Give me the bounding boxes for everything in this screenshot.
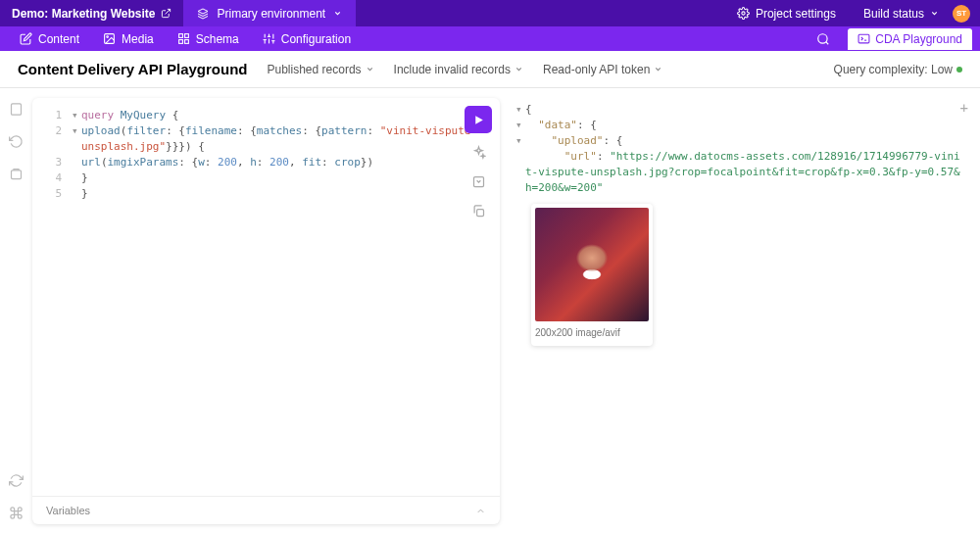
chevron-down-icon bbox=[333, 9, 342, 18]
code-line: 4 } bbox=[44, 170, 488, 186]
layers-icon bbox=[197, 8, 209, 20]
environment-label: Primary environment bbox=[217, 7, 325, 21]
code-line: 2▾ upload(filter: {filename: {matches: {… bbox=[44, 123, 488, 155]
explorer-icon[interactable] bbox=[9, 102, 24, 117]
include-invalid-label: Include invalid records bbox=[394, 63, 511, 76]
nav-configuration[interactable]: Configuration bbox=[251, 26, 363, 51]
build-status-label: Build status bbox=[863, 7, 924, 21]
tab-cda-playground[interactable]: CDA Playground bbox=[848, 28, 972, 50]
status-dot bbox=[956, 67, 962, 73]
editor-container: 1▾query MyQuery {2▾ upload(filter: {file… bbox=[32, 88, 500, 534]
json-line: ▾{ bbox=[515, 102, 964, 118]
svg-rect-26 bbox=[476, 209, 483, 216]
schema-icon bbox=[177, 32, 190, 45]
edit-icon bbox=[20, 32, 32, 45]
open-icon bbox=[161, 8, 172, 19]
folder-icon[interactable] bbox=[9, 167, 24, 181]
results-panel: + ▾{▾ "data": {▾ "upload": { "url": "htt… bbox=[500, 88, 980, 534]
svg-marker-24 bbox=[475, 116, 483, 124]
keyboard-icon[interactable] bbox=[9, 506, 24, 520]
nav-schema-label: Schema bbox=[196, 32, 239, 46]
api-token-dropdown[interactable]: Read-only API token bbox=[543, 63, 662, 76]
include-invalid-dropdown[interactable]: Include invalid records bbox=[394, 63, 523, 76]
left-rail bbox=[0, 88, 32, 534]
refresh-icon[interactable] bbox=[9, 473, 24, 488]
api-token-label: Read-only API token bbox=[543, 63, 650, 76]
nav-media-label: Media bbox=[122, 32, 154, 46]
chevron-down-icon bbox=[514, 65, 523, 73]
cda-playground-label: CDA Playground bbox=[875, 32, 962, 46]
project-name: Demo: Marketing Website bbox=[12, 7, 155, 21]
chevron-down-icon bbox=[930, 9, 939, 18]
nav-media[interactable]: Media bbox=[91, 26, 166, 51]
workspace: 1▾query MyQuery {2▾ upload(filter: {file… bbox=[0, 88, 980, 534]
copy-icon bbox=[471, 204, 486, 218]
svg-marker-1 bbox=[198, 9, 208, 14]
page-title: Content Delivery API Playground bbox=[18, 61, 248, 77]
search-icon bbox=[816, 32, 830, 46]
merge-icon bbox=[471, 174, 486, 189]
chevron-down-icon bbox=[654, 65, 662, 73]
image-preview-card: 200x200 image/avif bbox=[531, 204, 653, 347]
environment-tab[interactable]: Primary environment bbox=[183, 0, 356, 26]
history-icon[interactable] bbox=[9, 134, 24, 149]
build-status-button[interactable]: Build status bbox=[850, 0, 953, 26]
project-settings-button[interactable]: Project settings bbox=[723, 0, 850, 26]
project-settings-label: Project settings bbox=[756, 7, 836, 21]
page-header: Content Delivery API Playground Publishe… bbox=[0, 51, 980, 88]
svg-rect-22 bbox=[12, 104, 22, 115]
code-line: 5} bbox=[44, 186, 488, 202]
variables-label: Variables bbox=[46, 505, 90, 516]
code-line: 3 url(imgixParams: {w: 200, h: 200, fit:… bbox=[44, 155, 488, 170]
svg-point-2 bbox=[742, 12, 745, 15]
avatar-initials: ST bbox=[956, 9, 966, 18]
svg-line-19 bbox=[826, 41, 829, 44]
svg-rect-7 bbox=[184, 40, 188, 44]
add-tab-button[interactable]: + bbox=[960, 98, 968, 118]
query-complexity: Query complexity: Low bbox=[834, 63, 962, 76]
svg-rect-6 bbox=[184, 34, 188, 38]
image-preview[interactable] bbox=[535, 208, 649, 321]
gear-icon bbox=[737, 7, 750, 20]
variables-toggle[interactable]: Variables bbox=[32, 496, 500, 524]
svg-rect-20 bbox=[858, 34, 869, 43]
copy-button[interactable] bbox=[467, 200, 489, 221]
svg-line-0 bbox=[166, 9, 171, 14]
nav-schema[interactable]: Schema bbox=[166, 26, 251, 51]
chevron-up-icon bbox=[475, 506, 486, 516]
play-icon bbox=[472, 114, 485, 126]
project-brand[interactable]: Demo: Marketing Website bbox=[0, 7, 183, 21]
code-line: 1▾query MyQuery { bbox=[44, 108, 488, 123]
svg-rect-8 bbox=[178, 40, 182, 44]
sliders-icon bbox=[263, 32, 275, 45]
svg-rect-23 bbox=[12, 170, 22, 179]
json-line: "url": "https://www.datocms-assets.com/1… bbox=[515, 149, 964, 196]
image-caption: 200x200 image/avif bbox=[535, 321, 649, 341]
json-line: ▾ "data": { bbox=[515, 118, 964, 133]
published-records-label: Published records bbox=[268, 63, 362, 76]
merge-button[interactable] bbox=[467, 170, 489, 192]
chevron-down-icon bbox=[366, 65, 374, 73]
sparkle-icon bbox=[471, 145, 486, 160]
search-button[interactable] bbox=[807, 26, 840, 51]
nav-content-label: Content bbox=[38, 32, 79, 46]
complexity-label: Query complexity: Low bbox=[834, 63, 953, 76]
json-line: ▾ "upload": { bbox=[515, 133, 964, 149]
response-json[interactable]: ▾{▾ "data": {▾ "upload": { "url": "https… bbox=[515, 102, 964, 196]
nav-content[interactable]: Content bbox=[8, 26, 91, 51]
run-query-button[interactable] bbox=[465, 106, 492, 133]
svg-point-18 bbox=[818, 33, 827, 42]
terminal-icon bbox=[858, 32, 870, 45]
svg-rect-5 bbox=[178, 34, 182, 38]
prettify-button[interactable] bbox=[467, 141, 489, 163]
nav-configuration-label: Configuration bbox=[281, 32, 351, 46]
svg-point-4 bbox=[107, 36, 109, 38]
published-records-dropdown[interactable]: Published records bbox=[268, 63, 374, 76]
editor-actions bbox=[465, 106, 492, 221]
topbar: Demo: Marketing Website Primary environm… bbox=[0, 0, 980, 26]
image-icon bbox=[103, 32, 116, 45]
navbar: Content Media Schema Configuration CDA P… bbox=[0, 26, 980, 51]
query-editor[interactable]: 1▾query MyQuery {2▾ upload(filter: {file… bbox=[32, 98, 500, 496]
avatar[interactable]: ST bbox=[953, 5, 970, 23]
editor-box: 1▾query MyQuery {2▾ upload(filter: {file… bbox=[32, 98, 500, 524]
